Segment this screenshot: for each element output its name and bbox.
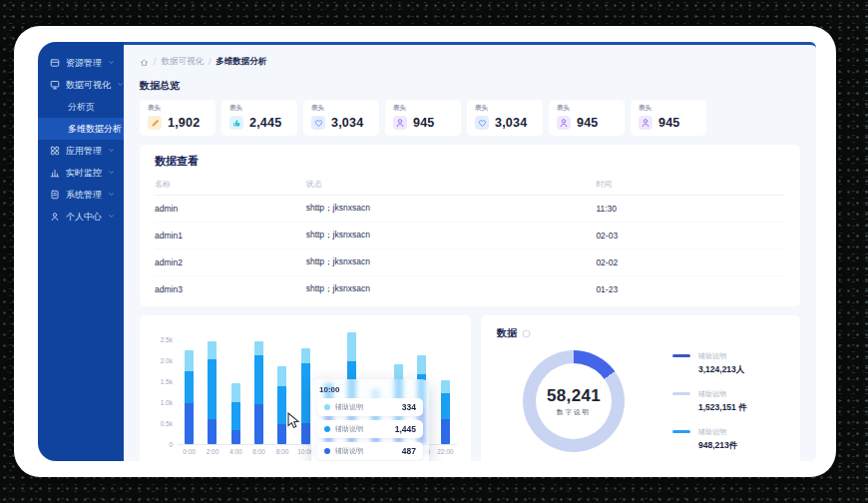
cell-status: shttp；jksnxsacn [306, 223, 597, 250]
tooltip-title: 10:00 [319, 385, 421, 394]
pencil-icon [148, 116, 162, 130]
app-window: 资源管理数据可视化分析页多维数据分析应用管理实时监控系统管理个人中心 /数据可视… [14, 26, 836, 477]
sidebar-item-system-management[interactable]: 系统管理 [38, 184, 124, 206]
sidebar-item-label: 系统管理 [66, 189, 102, 202]
stat-card-label: 表头 [148, 104, 208, 113]
table-row: admin2 shttp；jksnxsacn 02-02 [155, 250, 785, 276]
cell-time: 02-02 [596, 250, 785, 276]
bar-group[interactable] [441, 380, 450, 445]
stat-card-value: 945 [658, 116, 679, 130]
stat-card: 表头945 [385, 100, 461, 136]
bar-segment [185, 350, 194, 371]
sidebar-item-personal-center[interactable]: 个人中心 [38, 206, 124, 228]
breadcrumb-item[interactable]: 数据可视化 [161, 56, 204, 68]
user-icon [639, 116, 652, 130]
chart-icon [50, 80, 60, 90]
cell-status: shttp；jksnxsacn [306, 250, 597, 276]
stat-card-label: 表头 [229, 104, 289, 113]
y-tick-label: 1.5k [161, 377, 173, 384]
donut-legend-value: 948,213件 [698, 440, 747, 452]
cell-name: admin1 [155, 223, 306, 250]
user-icon [557, 116, 571, 130]
chevron-down-icon [108, 58, 115, 68]
donut-legend-item[interactable]: 辅助说明 948,213件 [672, 427, 747, 452]
bar-segment [208, 341, 217, 359]
tooltip-dot-icon [324, 448, 330, 454]
donut-legend-item[interactable]: 辅助说明 1,523,151 件 [672, 389, 747, 414]
bar-group[interactable] [231, 383, 240, 444]
cell-name: admin2 [155, 250, 306, 276]
stat-card-value: 945 [577, 116, 598, 130]
bar-group[interactable] [301, 348, 310, 444]
stat-card: 表头3,034 [467, 100, 543, 136]
heart-icon [475, 116, 489, 130]
legend-line-icon [672, 430, 690, 433]
bar-segment [231, 430, 240, 444]
donut-legend-item[interactable]: 辅助说明 3,124,213人 [672, 351, 747, 376]
sidebar-item-realtime-monitor[interactable]: 实时监控 [38, 162, 124, 184]
bar-segment [441, 393, 450, 418]
table-column-header: 状态 [306, 173, 597, 196]
sidebar-item-data-visualization[interactable]: 数据可视化 [38, 74, 124, 96]
sidebar-subitem-analysis-page[interactable]: 分析页 [38, 96, 124, 118]
donut-title: 数据 [497, 326, 517, 340]
tooltip-row: 辅助说明 1,445 [317, 420, 423, 438]
thumbs-up-icon [229, 116, 243, 130]
cell-status: shttp；jksnxsacn [306, 196, 597, 223]
breadcrumb-item[interactable]: 多维数据分析 [216, 56, 266, 68]
bar-group[interactable] [277, 366, 286, 444]
folder-icon [50, 58, 60, 68]
sidebar-item-label: 应用管理 [66, 145, 102, 158]
y-tick-label: 0.5k [161, 419, 173, 426]
tooltip-row-label: 辅助说明 [335, 446, 363, 456]
bar-segment [277, 366, 286, 386]
heart-icon [311, 116, 325, 130]
tooltip-row-value: 334 [402, 402, 416, 412]
user-icon [393, 116, 407, 130]
bar-group[interactable] [254, 341, 263, 444]
donut-legend-label: 辅助说明 [698, 427, 726, 437]
cell-time: 11:30 [596, 196, 785, 223]
y-tick-label: 2.5k [161, 335, 173, 342]
sidebar-subitem-multi-dimensional-analysis[interactable]: 多维数据分析 [38, 118, 124, 140]
cell-name: admin3 [155, 276, 306, 303]
stat-card: 表头3,034 [303, 100, 379, 136]
cell-name: admin [155, 196, 306, 223]
chevron-down-icon [108, 212, 115, 222]
home-icon[interactable] [140, 58, 149, 67]
tooltip-row-value: 1,445 [395, 424, 416, 434]
donut-chart-card: 数据 58,241 数字说明 辅助说明 [481, 315, 800, 461]
bar-group[interactable] [185, 350, 194, 444]
bar-segment [185, 371, 194, 403]
stat-card-value: 945 [413, 116, 434, 130]
bar-segment [254, 355, 263, 404]
cell-status: shttp；jksnxsacn [306, 276, 597, 303]
stat-card: 表头945 [549, 100, 625, 136]
bar-segment [254, 404, 263, 444]
overview-title: 数据总览 [140, 79, 800, 93]
stat-card-value: 1,902 [168, 116, 200, 130]
table-title: 数据查看 [155, 154, 785, 169]
sidebar-item-label: 实时监控 [66, 167, 102, 180]
breadcrumb-separator: / [154, 57, 156, 67]
chevron-down-icon [108, 190, 115, 200]
donut-legend-label: 辅助说明 [698, 351, 726, 361]
x-tick-label: 6:00 [247, 448, 270, 455]
x-tick-label: 4:00 [224, 448, 247, 455]
tooltip-row: 辅助说明 334 [317, 398, 423, 416]
bar-group[interactable] [208, 341, 217, 444]
donut-center-label: 数字说明 [557, 408, 591, 417]
sidebar-item-resources[interactable]: 资源管理 [38, 52, 124, 74]
tooltip-row-label: 辅助说明 [335, 424, 363, 434]
bar-segment [301, 363, 310, 424]
y-tick-label: 2.0k [161, 356, 173, 363]
app-icon [50, 146, 60, 156]
bar-segment [277, 424, 286, 444]
stat-card: 表头945 [631, 100, 706, 136]
bar-chart-card: 00.5k1.0k1.5k2.0k2.5k 0:002:004:006:008:… [140, 315, 471, 461]
stat-card-label: 表头 [557, 104, 617, 113]
sidebar-item-app-management[interactable]: 应用管理 [38, 140, 124, 162]
breadcrumb-separator: / [209, 57, 211, 67]
table-column-header: 时间 [596, 173, 785, 196]
info-icon[interactable] [522, 329, 531, 338]
